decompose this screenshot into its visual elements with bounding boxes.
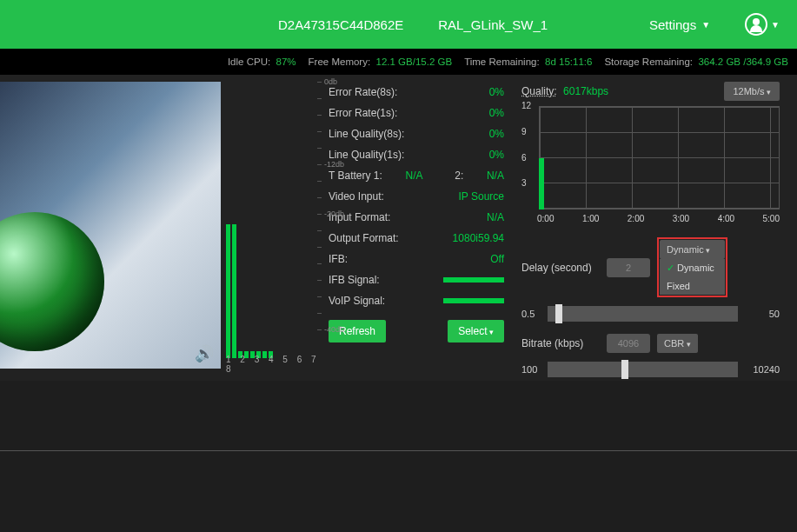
ofmt-label: Output Format:: [329, 232, 399, 244]
main-panel: 🔊 0db-12db-20db-40db 1 2 3 4 5 6 7 8 Err…: [0, 75, 797, 381]
bitrate-slider-row: 100 10240: [521, 362, 780, 377]
delay-label: Delay (second): [521, 262, 600, 274]
bitrate-mode-button[interactable]: CBR: [657, 334, 698, 353]
video-preview: 🔊: [0, 82, 221, 369]
settings-label: Settings: [649, 17, 696, 32]
status-bar: Idle CPU: 87% Free Memory: 12.1 GB/15.2 …: [0, 49, 797, 75]
select-button[interactable]: Select: [448, 320, 504, 342]
idle-cpu-label: Idle CPU:: [228, 57, 270, 67]
lq8-value: 0%: [489, 128, 504, 140]
bitrate-slider[interactable]: [548, 362, 738, 377]
delay-option-fixed[interactable]: Fixed: [660, 277, 725, 295]
ifb-label: IFB:: [329, 253, 348, 265]
tb2-value: N/A: [487, 170, 504, 182]
bitrate-min: 100: [521, 364, 541, 375]
chart-x-ticks: 0:001:002:003:004:005:00: [537, 214, 780, 223]
time-rem-label: Time Remaining:: [464, 57, 540, 67]
stats-panel: Error Rate(8s):0% Error Rate(1s):0% Line…: [322, 82, 504, 381]
delay-min: 0.5: [521, 309, 541, 319]
err1-label: Error Rate(1s):: [329, 107, 397, 119]
delay-controls: Delay (second) Dynamic Dynamic Fixed: [521, 237, 780, 297]
bitrate-input[interactable]: [607, 334, 650, 353]
delay-option-dynamic[interactable]: Dynamic: [660, 259, 725, 277]
delay-mode-button[interactable]: Dynamic: [660, 240, 725, 259]
quality-label: Quality:: [521, 85, 557, 97]
tb1-value: N/A: [406, 170, 423, 182]
quality-value: 6017kbps: [563, 85, 608, 97]
ifb-value: Off: [490, 253, 504, 265]
caret-down-icon: ▼: [771, 20, 780, 30]
avatar-icon: [745, 13, 767, 36]
settings-menu[interactable]: Settings ▼: [649, 17, 710, 32]
lq1-value: 0%: [489, 149, 504, 161]
free-mem-value: 12.1 GB/15.2 GB: [376, 57, 453, 67]
delay-slider-row: 0.5 50: [521, 306, 780, 322]
err8-value: 0%: [489, 86, 504, 98]
meter-scale: 0db-12db-20db-40db: [317, 82, 322, 349]
delay-mode-dropdown: Dynamic Fixed: [660, 259, 725, 295]
meter-bars: [226, 115, 273, 358]
caret-down-icon: ▼: [701, 20, 710, 30]
bitrate-max: 10240: [745, 364, 780, 375]
ifmt-value: N/A: [487, 211, 504, 223]
delay-input[interactable]: [607, 258, 650, 277]
err1-value: 0%: [489, 107, 504, 119]
meter-channels: 1 2 3 4 5 6 7 8: [226, 355, 322, 374]
chart-grid: [539, 106, 780, 209]
user-menu[interactable]: ▼: [745, 13, 780, 36]
bitrate-limit-button[interactable]: 12Mb/s: [724, 82, 780, 101]
device-name: RAL_GLink_SW_1: [438, 17, 548, 32]
highlight-box: Dynamic Dynamic Fixed: [657, 237, 727, 297]
voip-signal-bar: [443, 298, 504, 303]
device-id: D2A47315C44D862E: [278, 17, 403, 32]
chart-series: [539, 158, 544, 210]
preview-content: [0, 212, 104, 351]
slider-handle[interactable]: [555, 304, 562, 323]
voip-label: VoIP Signal:: [329, 295, 385, 307]
header-bar: D2A47315C44D862E RAL_GLink_SW_1 Settings…: [0, 0, 797, 49]
speaker-icon[interactable]: 🔊: [195, 344, 214, 363]
time-rem-value: 8d 15:11:6: [545, 57, 592, 67]
ifbs-label: IFB Signal:: [329, 274, 380, 286]
lq8-label: Line Quality(8s):: [329, 128, 404, 140]
storage-rem-value: 364.2 GB /364.9 GB: [698, 57, 788, 67]
idle-cpu-value: 87%: [276, 57, 296, 67]
ofmt-value: 1080i59.94: [453, 232, 504, 244]
tb1-label: T Battery 1:: [329, 170, 382, 182]
ifb-signal-bar: [443, 277, 504, 283]
delay-slider[interactable]: [548, 306, 738, 322]
delay-max: 50: [745, 309, 780, 319]
section-divider: [0, 450, 797, 451]
free-mem-label: Free Memory:: [309, 57, 371, 67]
vin-value: IP Source: [459, 190, 504, 203]
err8-label: Error Rate(8s):: [329, 86, 397, 98]
storage-rem-label: Storage Remaining:: [604, 57, 693, 67]
vin-label: Video Input:: [329, 190, 384, 203]
bitrate-controls: Bitrate (kbps) CBR: [521, 334, 780, 353]
slider-handle[interactable]: [621, 360, 628, 379]
right-panel: Quality: 6017kbps 12Mb/s 36912 0:001:002…: [504, 82, 797, 381]
audio-meter: 0db-12db-20db-40db 1 2 3 4 5 6 7 8: [226, 82, 322, 381]
bitrate-label: Bitrate (kbps): [521, 337, 600, 349]
tb2-label: 2:: [455, 170, 463, 182]
lq1-label: Line Quality(1s):: [329, 149, 404, 161]
bitrate-chart: 36912 0:001:002:003:004:005:00: [521, 106, 780, 223]
